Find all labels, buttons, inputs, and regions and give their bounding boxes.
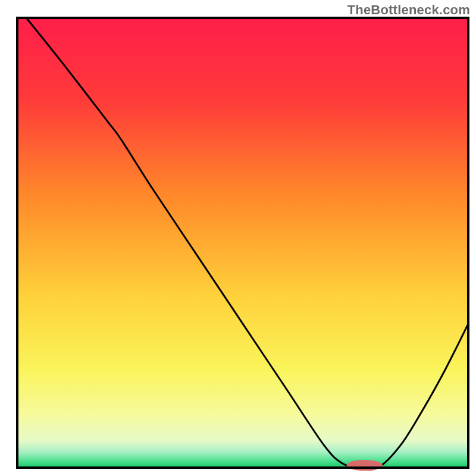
bottleneck-chart xyxy=(0,0,476,476)
plot-background xyxy=(17,18,468,468)
optimum-marker xyxy=(346,460,383,471)
watermark-text: TheBottleneck.com xyxy=(347,2,470,18)
